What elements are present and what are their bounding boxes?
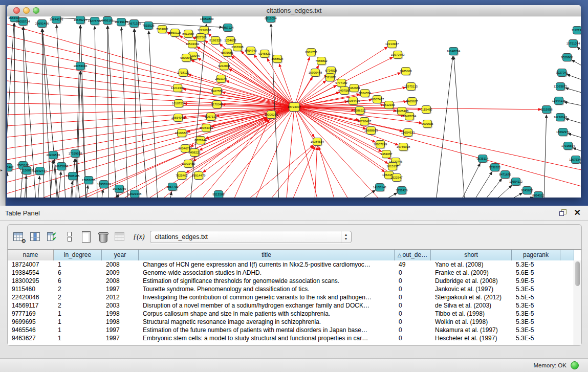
citation-edge-black[interactable] <box>565 119 581 124</box>
table-cell: 5.3E-5 <box>512 260 560 269</box>
float-panel-icon[interactable] <box>559 209 567 216</box>
graph-node-label: 12213987 <box>385 42 399 46</box>
citation-edge-red[interactable] <box>269 146 314 198</box>
graph-node-label: 9227341 <box>556 71 568 74</box>
clear-selection-icon[interactable] <box>63 231 76 243</box>
expand-panel-icon[interactable]: ▸ <box>1 168 3 172</box>
column-header-short[interactable]: short <box>431 250 512 260</box>
citation-edge-black[interactable] <box>50 160 53 198</box>
column-header-spacer[interactable] <box>560 250 574 260</box>
graph-node-label: 16210643 <box>554 116 568 119</box>
graph-node-label: 1612160 <box>383 103 395 106</box>
citation-edge-black[interactable] <box>381 193 397 198</box>
citation-edge-red[interactable] <box>191 60 294 107</box>
memory-status-icon[interactable] <box>571 361 579 369</box>
table-row[interactable]: 911546021997Tourette syndrome. Phenomeno… <box>8 285 574 293</box>
column-header-in_degree[interactable]: in_degree <box>54 250 102 260</box>
citation-edge-red[interactable] <box>294 107 581 186</box>
citation-edge-black[interactable] <box>86 185 88 198</box>
function-builder-icon[interactable]: ƒ(x) <box>133 233 145 241</box>
citation-edge-red[interactable] <box>7 107 294 182</box>
citation-edge-black[interactable] <box>95 26 97 198</box>
citation-edge-black[interactable] <box>564 102 581 106</box>
graph-node-label: 16914479 <box>192 174 206 177</box>
delete-table-icon[interactable] <box>97 231 110 243</box>
node-table[interactable]: namein_degreeyeartitle△out_de…shortpager… <box>8 249 581 345</box>
table-row[interactable]: 1830029562008Estimation of significance … <box>8 277 574 285</box>
import-table-icon[interactable] <box>114 231 126 243</box>
column-header-name[interactable]: name <box>8 250 54 260</box>
citation-edge-black[interactable] <box>519 197 533 198</box>
network-canvas[interactable]: 7963822886012889129541222605898275081054… <box>7 16 581 198</box>
citation-edge-red[interactable] <box>294 107 391 159</box>
select-columns-icon[interactable] <box>30 231 42 243</box>
citation-edge-black[interactable] <box>358 190 376 198</box>
citation-edge-black[interactable] <box>454 56 465 198</box>
citation-edge-black[interactable] <box>494 185 512 198</box>
table-row[interactable]: 969969511998Structural magnetic resonanc… <box>8 318 574 326</box>
citation-edge-black[interactable] <box>25 176 26 198</box>
citation-edge-black[interactable] <box>121 27 128 198</box>
table-row[interactable]: 1938455462009Genome-wide association stu… <box>8 269 574 277</box>
citation-edge-black[interactable] <box>544 115 547 198</box>
citation-edge-black[interactable] <box>14 23 15 198</box>
left-panel-splitter[interactable]: ▸ <box>0 5 6 206</box>
citation-edge-black[interactable] <box>473 171 492 198</box>
citation-edge-black[interactable] <box>117 194 118 198</box>
table-cell: Genome-wide association studies in ADHD. <box>139 269 395 277</box>
citation-edge-black[interactable] <box>573 148 581 152</box>
graph-node-label: 8267130 <box>205 115 217 118</box>
new-table-icon[interactable] <box>80 231 93 243</box>
table-row[interactable]: 946554611997Estimation of the future num… <box>8 326 574 334</box>
graph-node-label: 18300295 <box>265 113 278 116</box>
table-row[interactable]: 977716911998Corpus callosum shape and si… <box>8 310 574 318</box>
citation-edge-red[interactable] <box>292 146 315 198</box>
table-cell: Estimation of the future numbers of pati… <box>139 326 395 334</box>
citation-edge-red[interactable] <box>294 107 399 145</box>
column-header-pagerank[interactable]: pagerank <box>512 250 560 260</box>
table-row[interactable]: 2242004622012Investigating the contribut… <box>8 293 574 301</box>
citation-edge-black[interactable] <box>572 60 581 67</box>
citation-network-graph[interactable]: 7963822886012889129541222605898275081054… <box>7 16 581 198</box>
table-row[interactable]: 1872400712008Changes of HCN gene express… <box>8 260 574 269</box>
citation-edge-black[interactable] <box>507 193 522 198</box>
scrollbar-thumb[interactable] <box>575 261 580 286</box>
citation-edge-black[interactable] <box>565 88 581 93</box>
citation-edge-red[interactable] <box>246 145 313 198</box>
column-header-year[interactable]: year <box>102 250 139 260</box>
citation-edge-black[interactable] <box>38 176 39 198</box>
window-titlebar[interactable]: citations_edges.txt <box>7 5 581 16</box>
citation-edge-black[interactable] <box>149 31 158 198</box>
citation-edge-black[interactable] <box>58 171 61 198</box>
table-cell: 2 <box>54 293 102 301</box>
table-cell: 14569117 <box>8 301 54 310</box>
citation-edge-black[interactable] <box>80 25 86 198</box>
citation-edge-black[interactable] <box>461 163 480 198</box>
table-source-select[interactable]: citations_edges.txt ▲▼ <box>150 231 352 243</box>
column-header-title[interactable]: title <box>139 250 395 260</box>
modify-table-icon[interactable]: ⚙ <box>13 231 25 243</box>
citation-edge-black[interactable] <box>568 134 581 138</box>
graph-node-label: 1733426 <box>396 189 408 192</box>
table-cell: 2008 <box>102 260 139 269</box>
citation-edge-red[interactable] <box>7 103 294 107</box>
graph-node-label: 15654945 <box>171 116 185 119</box>
citation-edge-black[interactable] <box>20 170 23 198</box>
table-row[interactable]: 1456911722003Disruption of a novel membe… <box>8 301 574 310</box>
close-panel-icon[interactable]: ✕ <box>574 208 581 217</box>
citation-edge-black[interactable] <box>134 29 137 198</box>
table-row[interactable]: 946362711997Embryonic stem cells: a mode… <box>8 334 574 342</box>
citation-edge-red[interactable] <box>315 147 317 198</box>
graph-node-label: 10654112 <box>509 180 523 183</box>
graph-node-label: 20364436 <box>346 99 360 102</box>
vertical-scrollbar[interactable] <box>574 260 581 345</box>
select-all-rows-icon[interactable]: ✔✔ <box>47 231 59 243</box>
graph-node-label: 17016504 <box>561 144 575 147</box>
citation-edge-black[interactable] <box>107 26 108 198</box>
citation-edge-black[interactable] <box>436 56 453 198</box>
citation-edge-red[interactable] <box>233 119 269 198</box>
citation-edge-red[interactable] <box>287 107 294 198</box>
citation-edge-red[interactable] <box>294 107 388 164</box>
citation-edge-black[interactable] <box>567 74 581 80</box>
column-header-out_de…[interactable]: △out_de… <box>395 250 431 260</box>
